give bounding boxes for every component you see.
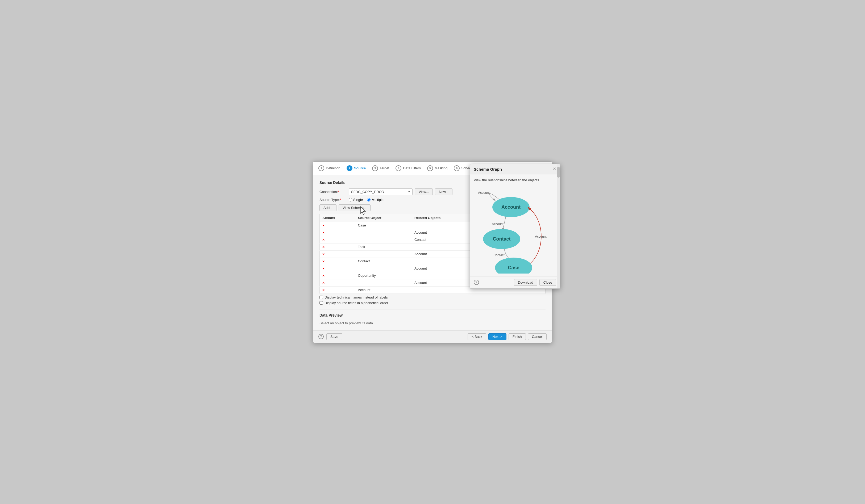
- step-2-circle: 2: [347, 165, 353, 171]
- row-source-object: Task: [355, 243, 412, 250]
- connection-select[interactable]: SFDC_COPY_PROD: [349, 188, 413, 195]
- popup-help-icon[interactable]: ?: [474, 280, 479, 285]
- radio-single[interactable]: Single: [349, 198, 363, 202]
- graph-area: Account Account Account Account Contact: [474, 186, 556, 276]
- add-button[interactable]: Add...: [320, 204, 336, 211]
- finish-button[interactable]: Finish: [509, 333, 526, 340]
- radio-multiple[interactable]: Multiple: [367, 198, 383, 202]
- account-label: Account: [501, 204, 520, 210]
- close-button[interactable]: Close: [540, 279, 556, 286]
- row-action[interactable]: ×: [320, 286, 355, 293]
- row-related-objects: [412, 272, 473, 279]
- step-6-circle: 6: [454, 165, 460, 171]
- row-action[interactable]: ×: [320, 272, 355, 279]
- delete-icon[interactable]: ×: [322, 223, 324, 227]
- modal-footer: ? Save < Back Next > Finish Cancel: [313, 330, 552, 343]
- step-1-label: Definition: [326, 166, 340, 170]
- source-type-radios: Single Multiple: [349, 198, 383, 202]
- delete-icon[interactable]: ×: [322, 252, 324, 256]
- radio-single-input[interactable]: [349, 198, 352, 201]
- popup-title: Schema Graph: [474, 167, 502, 172]
- row-action[interactable]: ×: [320, 243, 355, 250]
- row-action[interactable]: ×: [320, 236, 355, 243]
- view-connection-button[interactable]: View...: [415, 188, 433, 195]
- row-source-object: Account: [355, 286, 412, 293]
- edge-label-account3: Account: [492, 222, 504, 226]
- case-label: Case: [508, 265, 519, 270]
- data-preview-title: Data Preview: [320, 313, 545, 317]
- schema-graph-svg: Account Account Account Account Contact: [474, 186, 554, 273]
- radio-multiple-input[interactable]: [367, 198, 370, 201]
- popup-scrollbar[interactable]: [557, 164, 560, 289]
- delete-icon[interactable]: ×: [322, 259, 324, 263]
- row-action[interactable]: ×: [320, 229, 355, 236]
- row-related-objects: Account: [412, 229, 473, 236]
- row-action[interactable]: ×: [320, 258, 355, 265]
- row-source-object: Case: [355, 222, 412, 229]
- delete-icon[interactable]: ×: [322, 273, 324, 278]
- help-icon[interactable]: ?: [319, 334, 324, 339]
- connection-select-wrapper: SFDC_COPY_PROD ▼: [349, 188, 413, 195]
- new-connection-button[interactable]: New...: [435, 188, 452, 195]
- step-1-circle: 1: [319, 165, 324, 171]
- save-button[interactable]: Save: [326, 333, 342, 340]
- delete-icon[interactable]: ×: [322, 238, 324, 242]
- checkbox-technical-names[interactable]: Display technical names instead of label…: [320, 295, 545, 299]
- popup-header: Schema Graph ✕: [470, 164, 560, 174]
- row-related-objects: Account: [412, 279, 473, 286]
- delete-icon[interactable]: ×: [322, 288, 324, 292]
- row-source-object: [355, 265, 412, 272]
- edge-label-account2: Account: [535, 235, 546, 238]
- step-5-circle: 5: [427, 165, 433, 171]
- footer-left: ? Save: [319, 333, 342, 340]
- contact-label: Contact: [493, 236, 511, 242]
- row-source-object: Opportunity: [355, 272, 412, 279]
- col-source-object: Source Object: [355, 214, 412, 222]
- delete-icon[interactable]: ×: [322, 231, 324, 235]
- step-5-label: Masking: [435, 166, 447, 170]
- step-3[interactable]: 3 Target: [372, 165, 389, 171]
- data-preview-section: Data Preview Select an object to preview…: [320, 309, 545, 325]
- col-related-objects: Related Objects: [412, 214, 473, 222]
- col-actions: Actions: [320, 214, 355, 222]
- row-related-objects: [412, 258, 473, 265]
- step-4-label: Data Filters: [403, 166, 420, 170]
- step-3-circle: 3: [372, 165, 378, 171]
- delete-icon[interactable]: ×: [322, 266, 324, 271]
- row-related-objects: Account: [412, 250, 473, 258]
- edge-label-contact: Contact: [493, 253, 505, 257]
- popup-close-button[interactable]: ✕: [553, 167, 556, 171]
- row-action[interactable]: ×: [320, 279, 355, 286]
- row-related-objects: Account: [412, 265, 473, 272]
- delete-icon[interactable]: ×: [322, 245, 324, 249]
- data-preview-hint: Select an object to preview its data.: [320, 321, 545, 325]
- step-5[interactable]: 5 Masking: [427, 165, 447, 171]
- popup-footer: ? Download Close: [470, 276, 560, 289]
- back-button[interactable]: < Back: [468, 333, 486, 340]
- row-action[interactable]: ×: [320, 222, 355, 229]
- row-source-object: [355, 229, 412, 236]
- row-action[interactable]: ×: [320, 265, 355, 272]
- next-button[interactable]: Next >: [488, 333, 506, 340]
- popup-body: View the relationships between the objec…: [470, 174, 560, 276]
- popup-description: View the relationships between the objec…: [474, 178, 556, 182]
- row-action[interactable]: ×: [320, 250, 355, 258]
- connection-label: Connection:*: [320, 190, 349, 194]
- cancel-button[interactable]: Cancel: [528, 333, 546, 340]
- checkbox-alphabetical[interactable]: Display source fields in alphabetical or…: [320, 301, 545, 305]
- view-schema-button[interactable]: View Schema...: [338, 204, 370, 211]
- step-2-label: Source: [354, 166, 366, 170]
- checkbox-technical-names-input[interactable]: [320, 296, 323, 299]
- step-3-label: Target: [380, 166, 389, 170]
- step-4[interactable]: 4 Data Filters: [395, 165, 420, 171]
- row-related-objects: [412, 222, 473, 229]
- row-related-objects: [412, 243, 473, 250]
- delete-icon[interactable]: ×: [322, 281, 324, 285]
- row-related-objects: [412, 286, 473, 293]
- download-button[interactable]: Download: [514, 279, 537, 286]
- row-source-object: [355, 279, 412, 286]
- checkbox-alphabetical-input[interactable]: [320, 301, 323, 305]
- row-source-object: Contact: [355, 258, 412, 265]
- step-1[interactable]: 1 Definition: [319, 165, 340, 171]
- step-2[interactable]: 2 Source: [347, 165, 366, 171]
